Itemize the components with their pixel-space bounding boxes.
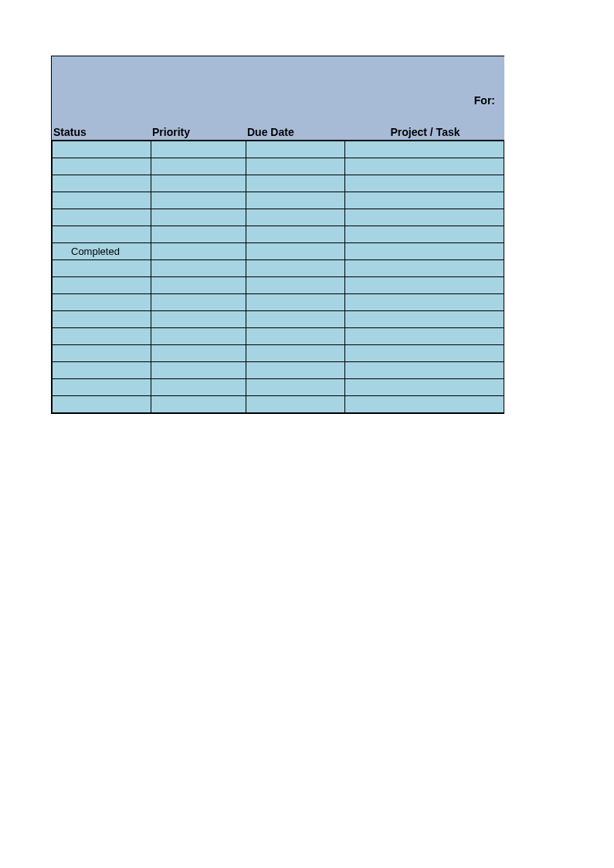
cell-priority[interactable] (151, 226, 246, 243)
cell-priority[interactable] (151, 158, 246, 175)
cell-due_date[interactable] (246, 260, 345, 277)
cell-due_date[interactable] (246, 226, 345, 243)
cell-priority[interactable] (151, 277, 246, 294)
task-table: Completed (52, 141, 504, 413)
table-row (53, 396, 504, 413)
task-sheet: For: Status Priority Due Date Project / … (51, 56, 504, 414)
table-row (53, 311, 504, 328)
cell-due_date[interactable] (246, 209, 345, 226)
cell-status[interactable] (53, 396, 151, 413)
cell-due_date[interactable] (246, 396, 345, 413)
cell-status[interactable]: Completed (53, 243, 151, 260)
table-row (53, 175, 504, 192)
cell-due_date[interactable] (246, 311, 345, 328)
cell-status[interactable] (53, 311, 151, 328)
cell-status[interactable] (53, 158, 151, 175)
column-header-status: Status (52, 126, 151, 138)
cell-task[interactable] (345, 175, 504, 192)
cell-task[interactable] (345, 311, 504, 328)
table-row (53, 260, 504, 277)
column-header-priority: Priority (151, 126, 246, 138)
cell-task[interactable] (345, 396, 504, 413)
table-row: Completed (53, 243, 504, 260)
cell-status[interactable] (53, 175, 151, 192)
cell-task[interactable] (345, 243, 504, 260)
cell-priority[interactable] (151, 345, 246, 362)
cell-task[interactable] (345, 226, 504, 243)
cell-priority[interactable] (151, 328, 246, 345)
cell-priority[interactable] (151, 209, 246, 226)
cell-task[interactable] (345, 379, 504, 396)
cell-due_date[interactable] (246, 158, 345, 175)
cell-status[interactable] (53, 277, 151, 294)
cell-priority[interactable] (151, 396, 246, 413)
cell-task[interactable] (345, 209, 504, 226)
cell-priority[interactable] (151, 192, 246, 209)
cell-status[interactable] (53, 226, 151, 243)
cell-task[interactable] (345, 277, 504, 294)
cell-status[interactable] (53, 209, 151, 226)
cell-task[interactable] (345, 294, 504, 311)
cell-priority[interactable] (151, 260, 246, 277)
cell-due_date[interactable] (246, 175, 345, 192)
cell-status[interactable] (53, 260, 151, 277)
cell-status[interactable] (53, 192, 151, 209)
cell-task[interactable] (345, 345, 504, 362)
cell-task[interactable] (345, 260, 504, 277)
cell-status[interactable] (53, 379, 151, 396)
cell-status[interactable] (53, 328, 151, 345)
column-header-project-task: Project / Task (344, 126, 504, 138)
table-row (53, 362, 504, 379)
table-row (53, 294, 504, 311)
table-row (53, 328, 504, 345)
cell-task[interactable] (345, 192, 504, 209)
cell-due_date[interactable] (246, 192, 345, 209)
table-row (53, 277, 504, 294)
table-row (53, 379, 504, 396)
cell-due_date[interactable] (246, 141, 345, 158)
table-row (53, 192, 504, 209)
for-label: For: (474, 94, 495, 107)
cell-task[interactable] (345, 158, 504, 175)
cell-priority[interactable] (151, 294, 246, 311)
table-row (53, 226, 504, 243)
cell-task[interactable] (345, 362, 504, 379)
cell-due_date[interactable] (246, 243, 345, 260)
table-row (53, 345, 504, 362)
cell-status[interactable] (53, 345, 151, 362)
table-row (53, 141, 504, 158)
cell-priority[interactable] (151, 311, 246, 328)
cell-task[interactable] (345, 141, 504, 158)
cell-due_date[interactable] (246, 328, 345, 345)
cell-due_date[interactable] (246, 362, 345, 379)
cell-priority[interactable] (151, 362, 246, 379)
table-row (53, 158, 504, 175)
cell-status[interactable] (53, 294, 151, 311)
table-row (53, 209, 504, 226)
sheet-header: For: (52, 56, 504, 120)
cell-due_date[interactable] (246, 294, 345, 311)
column-header-row: Status Priority Due Date Project / Task (52, 120, 504, 141)
cell-due_date[interactable] (246, 277, 345, 294)
column-header-due-date: Due Date (246, 126, 344, 138)
cell-priority[interactable] (151, 379, 246, 396)
cell-status[interactable] (53, 141, 151, 158)
cell-priority[interactable] (151, 243, 246, 260)
cell-priority[interactable] (151, 175, 246, 192)
cell-priority[interactable] (151, 141, 246, 158)
cell-due_date[interactable] (246, 379, 345, 396)
cell-task[interactable] (345, 328, 504, 345)
cell-due_date[interactable] (246, 345, 345, 362)
cell-status[interactable] (53, 362, 151, 379)
